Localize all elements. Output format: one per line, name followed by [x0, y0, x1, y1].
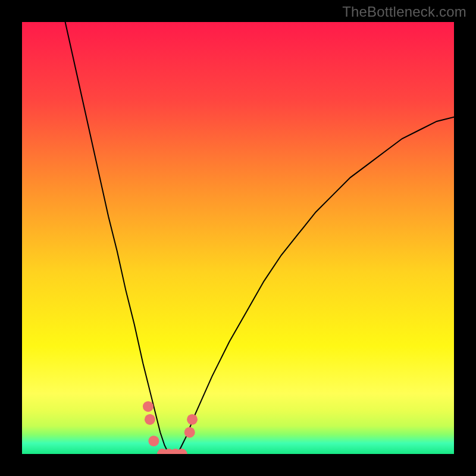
valley-marker	[184, 427, 195, 438]
chart-plot-area	[22, 22, 454, 454]
chart-frame: TheBottleneck.com	[0, 0, 476, 476]
valley-marker	[145, 414, 155, 425]
bottleneck-curve	[65, 22, 454, 454]
valley-marker	[148, 436, 159, 446]
watermark-text: TheBottleneck.com	[342, 4, 466, 20]
valley-marker	[187, 414, 198, 425]
valley-marker	[143, 401, 154, 412]
chart-svg	[22, 22, 454, 454]
